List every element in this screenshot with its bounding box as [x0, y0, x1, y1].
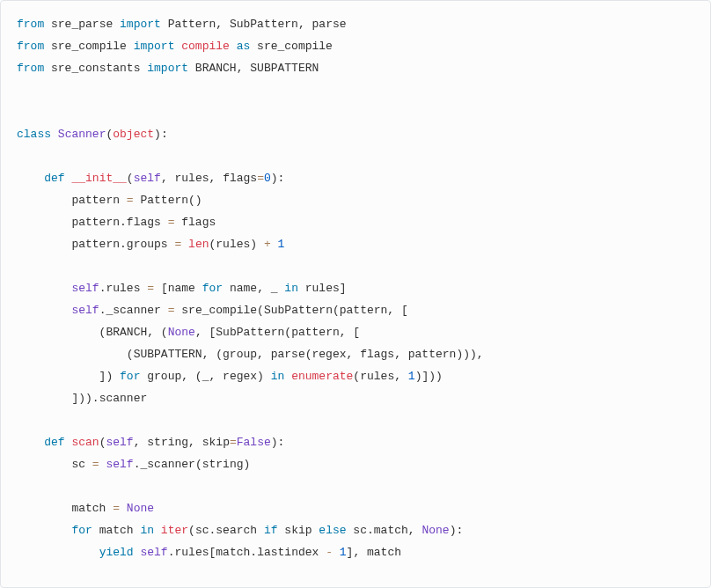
code-token: , — [257, 348, 264, 361]
code-token: string — [141, 436, 189, 449]
code-token: ( — [154, 326, 168, 339]
code-token: in — [271, 370, 285, 383]
code-token: self — [134, 172, 161, 185]
code-token: = — [257, 172, 264, 185]
code-token: _ — [264, 282, 284, 295]
code-token: BRANCH — [188, 62, 237, 75]
code-token: = — [92, 458, 99, 471]
code-token: , — [298, 18, 305, 31]
code-token: __init__ — [71, 172, 126, 185]
code-token: ( — [209, 348, 223, 361]
code-token: SUBPATTERN — [134, 348, 202, 361]
code-token: , — [394, 370, 401, 383]
code-token: def — [44, 436, 64, 449]
code-token: None — [127, 502, 154, 515]
code-token: rules — [174, 546, 209, 559]
code-token: pattern — [401, 348, 456, 361]
code-token: ))) — [456, 348, 476, 361]
code-token: import — [120, 18, 161, 31]
code-token: ( — [17, 348, 134, 361]
code-token: sre_compile — [174, 304, 257, 317]
code-token: , — [195, 326, 202, 339]
code-token: yield — [99, 546, 134, 559]
code-token: ( — [195, 458, 202, 471]
code-token: regex — [216, 370, 257, 383]
code-token: ] — [340, 282, 347, 295]
code-token — [271, 238, 278, 251]
code-token — [17, 172, 44, 185]
code-token: in — [284, 282, 298, 295]
code-token: in — [140, 524, 154, 537]
code-token: name — [168, 282, 202, 295]
code-token: match — [216, 546, 250, 559]
code-token: from — [17, 40, 44, 53]
code-token: group — [140, 370, 181, 383]
code-token: compile — [181, 40, 230, 53]
code-token: sc — [195, 524, 209, 537]
code-token — [17, 524, 71, 537]
code-token — [154, 524, 161, 537]
code-token: None — [421, 524, 449, 537]
code-token: ( — [284, 326, 291, 339]
code-token: , — [161, 172, 168, 185]
code-token: ( — [353, 370, 360, 383]
code-token: name — [223, 282, 257, 295]
code-token — [181, 238, 188, 251]
code-token: None — [168, 326, 195, 339]
code-token: SUBPATTERN — [243, 62, 319, 75]
code-token: match — [360, 546, 401, 559]
code-token — [17, 436, 44, 449]
code-token: rules — [298, 282, 340, 295]
code-token: ( — [333, 304, 340, 317]
code-token: . — [120, 216, 127, 229]
code-token: flags — [127, 216, 168, 229]
code-token — [17, 546, 99, 559]
code-token: 0 — [264, 172, 271, 185]
code-token — [401, 370, 408, 383]
code-token: skip — [278, 524, 319, 537]
code-token: . — [367, 524, 374, 537]
code-token: self — [140, 546, 167, 559]
code-token: ) — [271, 172, 278, 185]
code-token: )])) — [415, 370, 443, 383]
code-token: match — [92, 524, 141, 537]
code-token: sre_parse — [44, 18, 120, 31]
code-token: 1 — [408, 370, 415, 383]
code-token: def — [44, 172, 64, 185]
code-token: , — [408, 524, 415, 537]
code-token — [333, 546, 340, 559]
code-token: : — [278, 172, 285, 185]
code-token: , — [257, 282, 264, 295]
code-token: ])) — [17, 392, 92, 405]
code-token: (rules) — [209, 238, 263, 251]
code-token: ) — [257, 370, 271, 383]
code-token: if — [264, 524, 278, 537]
code-token: regex — [312, 348, 347, 361]
code-token: ( — [127, 172, 134, 185]
code-token: iter — [161, 524, 188, 537]
code-token: ( — [305, 348, 312, 361]
code-token: scanner — [99, 392, 148, 405]
code-token: [ — [347, 326, 361, 339]
code-token: parse — [264, 348, 305, 361]
code-token — [284, 370, 291, 383]
code-token: ) — [154, 128, 161, 141]
code-token: self — [71, 304, 99, 317]
code-block[interactable]: from sre_parse import Pattern, SubPatter… — [0, 0, 711, 588]
code-token: pattern — [17, 238, 120, 251]
code-token: : — [161, 128, 168, 141]
code-token: for — [120, 370, 140, 383]
code-token: match — [17, 502, 113, 515]
code-token: , — [387, 304, 394, 317]
code-token: . — [250, 546, 257, 559]
code-token: ]) — [17, 370, 120, 383]
code-token: ) — [271, 436, 278, 449]
code-token: pattern — [17, 194, 127, 207]
code-token: flags — [353, 348, 394, 361]
code-token: SubPattern — [216, 326, 284, 339]
code-content[interactable]: from sre_parse import Pattern, SubPatter… — [17, 13, 694, 588]
code-token: else — [319, 524, 346, 537]
code-token: = — [147, 282, 154, 295]
code-token: for — [202, 282, 223, 295]
code-token: [ — [154, 282, 168, 295]
